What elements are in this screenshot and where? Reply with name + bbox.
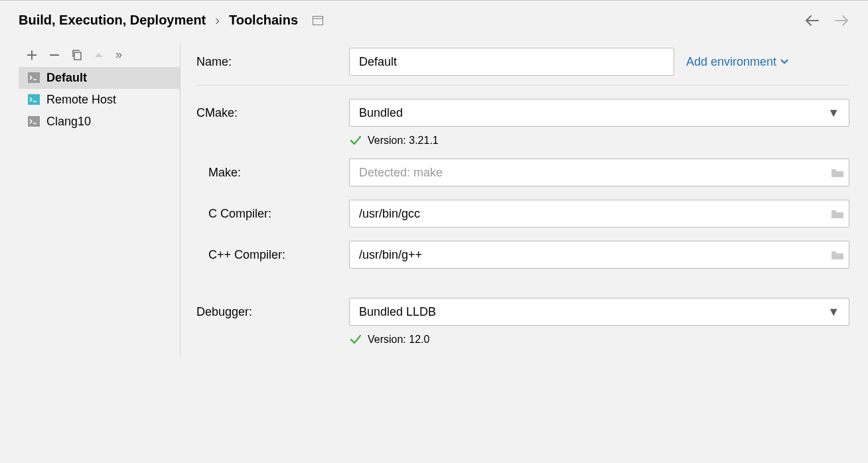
cmake-version: Version: 3.21.1 [196,135,849,147]
sidebar: » Default Remote Host Clang10 [19,42,181,358]
breadcrumb-current: Toolchains [229,13,298,28]
cpp-compiler-label: C++ Compiler: [196,248,349,262]
window-icon [313,16,323,25]
c-compiler-label: C Compiler: [196,207,349,221]
svg-rect-2 [74,52,81,60]
list-item-label: Remote Host [46,93,116,107]
breadcrumb: Build, Execution, Deployment › Toolchain… [19,13,804,28]
cmake-label: CMake: [196,106,349,120]
list-item-label: Default [46,71,87,85]
folder-icon[interactable] [831,208,844,219]
copy-button[interactable] [72,50,82,60]
check-icon [350,136,361,145]
svg-rect-5 [28,116,40,127]
list-item-clang10[interactable]: Clang10 [19,111,180,133]
forward-button[interactable] [835,15,849,27]
debugger-version: Version: 12.0 [196,334,849,346]
move-up-button[interactable] [94,52,104,58]
remove-button[interactable] [49,50,60,60]
chevron-right-icon: › [215,13,220,28]
make-label: Make: [196,166,349,180]
check-icon [350,335,361,344]
add-environment-link[interactable]: Add environment [686,55,788,69]
debugger-label: Debugger: [196,305,349,319]
more-button[interactable]: » [115,48,122,62]
terminal-icon [28,116,40,128]
back-button[interactable] [804,15,819,27]
svg-rect-0 [313,16,323,25]
name-input[interactable] [349,48,674,76]
toolchain-list: Default Remote Host Clang10 [19,67,180,133]
svg-rect-3 [28,72,40,83]
breadcrumb-parent[interactable]: Build, Execution, Deployment [19,13,206,28]
svg-rect-4 [28,94,40,105]
header: Build, Execution, Deployment › Toolchain… [0,1,868,42]
cmake-select[interactable]: Bundled ▼ [349,99,849,127]
list-item-remote-host[interactable]: Remote Host [19,89,180,111]
c-compiler-input[interactable] [349,200,849,228]
add-button[interactable] [27,50,37,60]
list-item-label: Clang10 [46,115,91,129]
remote-icon [28,94,40,106]
name-label: Name: [196,55,349,69]
debugger-select[interactable]: Bundled LLDB ▼ [349,298,849,326]
make-input[interactable] [349,159,849,186]
form: Name: Add environment CMake: Bundled ▼ [181,42,868,358]
list-item-default[interactable]: Default [19,67,180,89]
caret-down-icon: ▼ [828,106,839,120]
chevron-down-icon [780,59,788,64]
terminal-icon [28,72,40,84]
folder-icon[interactable] [831,167,844,178]
cpp-compiler-input[interactable] [349,241,849,269]
folder-icon[interactable] [831,249,844,260]
caret-down-icon: ▼ [828,305,839,319]
sidebar-toolbar: » [19,42,180,67]
separator [196,85,849,86]
